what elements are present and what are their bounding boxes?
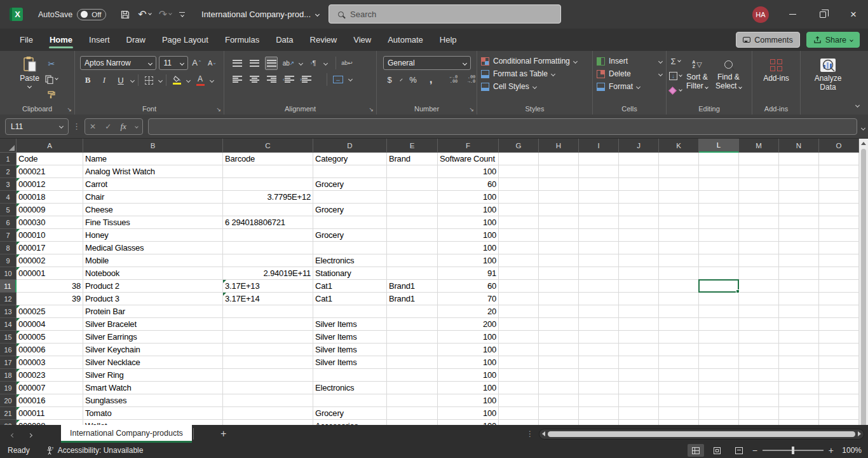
fill-handle[interactable] <box>736 289 740 293</box>
cell-C4[interactable]: 3.7795E+12 <box>223 191 313 204</box>
column-header-C[interactable]: C <box>223 139 313 153</box>
cell-H5[interactable] <box>539 204 579 216</box>
cell-M15[interactable] <box>739 331 779 344</box>
restore-button[interactable] <box>808 0 837 29</box>
cell-C12[interactable]: 3.17E+14 <box>223 293 313 305</box>
decrease-font-button[interactable]: A⌄ <box>206 56 219 69</box>
number-dialog-launcher[interactable]: ↘ <box>469 106 474 113</box>
cell-E7[interactable] <box>387 229 438 242</box>
row-header-11[interactable]: 11 <box>0 280 17 293</box>
document-title[interactable]: International Company-prod... <box>201 10 319 19</box>
row-header-12[interactable]: 12 <box>0 293 17 305</box>
cell-M14[interactable] <box>739 318 779 331</box>
cell-styles-button[interactable]: Cell Styles <box>477 80 592 93</box>
cell-J11[interactable] <box>619 280 659 293</box>
cell-E5[interactable] <box>387 204 438 216</box>
cell-B22[interactable]: Wallet <box>83 420 223 425</box>
column-header-J[interactable]: J <box>619 139 659 153</box>
cell-E12[interactable]: Brand1 <box>387 293 438 305</box>
cell-D19[interactable]: Electronics <box>313 382 387 394</box>
cell-N20[interactable] <box>779 394 819 407</box>
fx-dropdown-icon[interactable] <box>135 125 139 128</box>
cell-N6[interactable] <box>779 216 819 229</box>
search-input[interactable] <box>350 10 528 19</box>
cell-F14[interactable]: 200 <box>438 318 499 331</box>
formula-input[interactable] <box>148 118 857 135</box>
cell-B8[interactable]: Medical Glasses <box>83 242 223 254</box>
accounting-dropdown-icon[interactable] <box>400 78 402 81</box>
cell-K18[interactable] <box>659 369 699 382</box>
wrap-text-button[interactable]: ab↩ <box>341 57 353 70</box>
scrollbar-resize-handle[interactable]: ⋮ <box>526 429 534 438</box>
minimize-button[interactable] <box>778 0 807 29</box>
underline-dropdown-icon[interactable] <box>130 78 135 82</box>
cell-H2[interactable] <box>539 165 579 178</box>
comments-button[interactable]: Comments <box>736 32 799 48</box>
cell-C18[interactable] <box>223 369 313 382</box>
cell-L10[interactable] <box>699 267 739 280</box>
cell-I18[interactable] <box>579 369 619 382</box>
cell-D14[interactable]: Silver Items <box>313 318 387 331</box>
cell-I11[interactable] <box>579 280 619 293</box>
cell-H7[interactable] <box>539 229 579 242</box>
cell-G3[interactable] <box>499 178 539 191</box>
cell-H17[interactable] <box>539 356 579 369</box>
cell-D12[interactable]: Cat1 <box>313 293 387 305</box>
cell-G12[interactable] <box>499 293 539 305</box>
cell-M21[interactable] <box>739 407 779 420</box>
cell-B7[interactable]: Honey <box>83 229 223 242</box>
next-sheet-button[interactable] <box>26 426 34 442</box>
cell-A16[interactable]: 000006 <box>17 344 83 356</box>
cell-J13[interactable] <box>619 305 659 318</box>
font-name-select[interactable]: Aptos Narrow <box>80 56 156 70</box>
cell-O4[interactable] <box>819 191 859 204</box>
cell-M4[interactable] <box>739 191 779 204</box>
cell-G11[interactable] <box>499 280 539 293</box>
cell-K17[interactable] <box>659 356 699 369</box>
cell-H11[interactable] <box>539 280 579 293</box>
cell-O13[interactable] <box>819 305 859 318</box>
cell-J20[interactable] <box>619 394 659 407</box>
cell-H16[interactable] <box>539 344 579 356</box>
cell-I13[interactable] <box>579 305 619 318</box>
cell-O17[interactable] <box>819 356 859 369</box>
cell-D8[interactable] <box>313 242 387 254</box>
cell-J12[interactable] <box>619 293 659 305</box>
cell-O22[interactable] <box>819 420 859 425</box>
row-header-5[interactable]: 5 <box>0 204 17 216</box>
cell-H12[interactable] <box>539 293 579 305</box>
horizontal-scrollbar-thumb[interactable] <box>548 431 855 437</box>
cell-H21[interactable] <box>539 407 579 420</box>
cell-M8[interactable] <box>739 242 779 254</box>
cell-O7[interactable] <box>819 229 859 242</box>
row-header-10[interactable]: 10 <box>0 267 17 280</box>
cell-K21[interactable] <box>659 407 699 420</box>
cell-O10[interactable] <box>819 267 859 280</box>
cell-B15[interactable]: Silver Earrings <box>83 331 223 344</box>
cell-E21[interactable] <box>387 407 438 420</box>
cell-J7[interactable] <box>619 229 659 242</box>
cell-I6[interactable] <box>579 216 619 229</box>
cell-A7[interactable]: 000010 <box>17 229 83 242</box>
zoom-slider[interactable] <box>763 450 824 451</box>
cell-I15[interactable] <box>579 331 619 344</box>
cell-D3[interactable]: Grocery <box>313 178 387 191</box>
row-header-7[interactable]: 7 <box>0 229 17 242</box>
cell-B16[interactable]: Silver Keychain <box>83 344 223 356</box>
text-direction-dropdown-icon[interactable] <box>323 60 328 65</box>
cell-H4[interactable] <box>539 191 579 204</box>
zoom-slider-thumb[interactable] <box>792 447 794 454</box>
cell-G6[interactable] <box>499 216 539 229</box>
insert-function-button[interactable]: fx <box>120 121 126 132</box>
cell-O6[interactable] <box>819 216 859 229</box>
cell-A20[interactable]: 000016 <box>17 394 83 407</box>
cell-N14[interactable] <box>779 318 819 331</box>
row-header-1[interactable]: 1 <box>0 153 17 165</box>
cell-F19[interactable]: 100 <box>438 382 499 394</box>
cell-A1[interactable]: Code <box>17 153 83 165</box>
cell-O2[interactable] <box>819 165 859 178</box>
column-header-N[interactable]: N <box>779 139 819 153</box>
cell-F10[interactable]: 91 <box>438 267 499 280</box>
cell-N11[interactable] <box>779 280 819 293</box>
cell-B21[interactable]: Tomato <box>83 407 223 420</box>
